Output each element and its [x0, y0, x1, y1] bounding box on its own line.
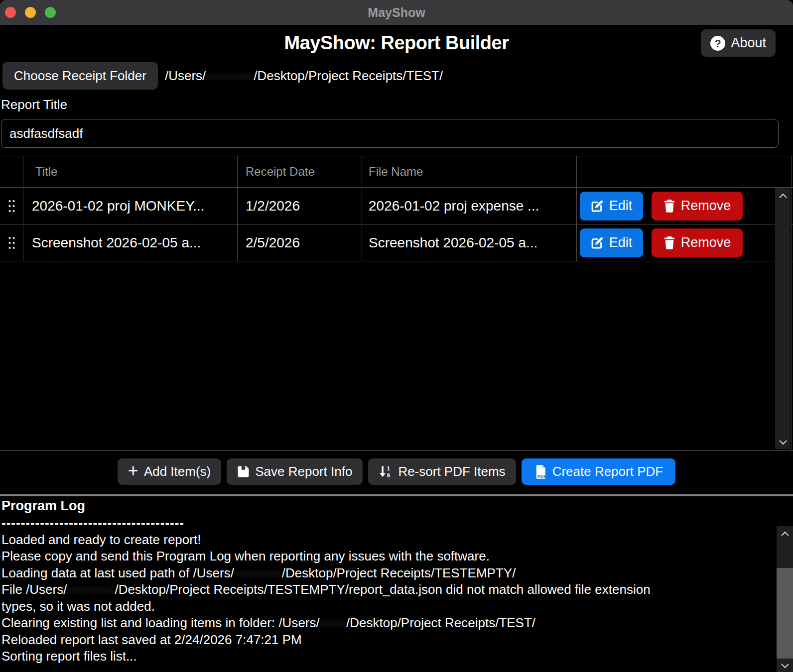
- receipt-items-table: Title Receipt Date File Name 2026-01-02 …: [0, 156, 793, 450]
- folder-path-redacted-username: ·········: [206, 68, 254, 84]
- create-report-pdf-label: Create Report PDF: [552, 464, 663, 479]
- column-header-title: Title: [23, 156, 238, 187]
- log-redacted-username: ·········: [234, 565, 282, 580]
- drag-handle[interactable]: [0, 188, 23, 224]
- save-report-info-label: Save Report Info: [255, 464, 352, 479]
- log-line: Loading data at last used path of /Users…: [1, 565, 771, 582]
- add-items-label: Add Item(s): [144, 464, 211, 479]
- row-title: Screenshot 2026-02-05 a...: [23, 224, 238, 261]
- choose-receipt-folder-button[interactable]: Choose Receipt Folder: [2, 62, 158, 90]
- add-items-button[interactable]: + Add Item(s): [118, 458, 221, 485]
- trash-icon: [663, 199, 675, 213]
- resort-pdf-items-label: Re-sort PDF Items: [398, 464, 505, 479]
- log-scrollbar-thumb[interactable]: [777, 568, 793, 659]
- row-file-name: 2026-01-02 proj expense ...: [362, 188, 577, 224]
- log-scrollbar[interactable]: [777, 526, 793, 672]
- log-line: --------------------------------------: [1, 515, 771, 532]
- row-actions: Edit Remove: [577, 224, 793, 261]
- save-floppy-icon: [237, 465, 250, 478]
- pencil-square-icon: [591, 236, 604, 249]
- table-right-border: [791, 156, 792, 450]
- window-title: MayShow: [0, 0, 793, 25]
- log-line: Loaded and ready to create report!: [1, 532, 771, 549]
- folder-path-prefix: /Users/: [165, 68, 206, 84]
- trash-icon: [663, 236, 675, 249]
- edit-button-label: Edit: [609, 235, 633, 250]
- scroll-up-icon[interactable]: [775, 193, 791, 199]
- log-redacted-username: ·····: [320, 615, 346, 630]
- remove-button[interactable]: Remove: [652, 228, 743, 257]
- grip-dots-icon: [8, 199, 15, 213]
- log-line: Clearing existing list and loading items…: [1, 615, 771, 632]
- pencil-square-icon: [591, 200, 604, 213]
- pdf-file-icon: PDF: [534, 464, 547, 479]
- row-receipt-date: 2/5/2026: [238, 224, 362, 261]
- svg-text:1: 1: [387, 465, 390, 471]
- header-handle-column: [0, 156, 23, 187]
- folder-row: Choose Receipt Folder /Users/·········/D…: [0, 62, 793, 90]
- folder-path-suffix: /Desktop/Project Receipts/TEST/: [254, 68, 443, 84]
- svg-text:PDF: PDF: [537, 473, 546, 478]
- table-row: 2026-01-02 proj MONKEY... 1/2/2026 2026-…: [0, 188, 793, 224]
- sort-numeric-down-icon: 19: [379, 465, 393, 478]
- program-log-heading: Program Log: [1, 498, 793, 514]
- row-receipt-date: 1/2/2026: [238, 188, 362, 224]
- log-line: Reloaded report last saved at 2/24/2026 …: [1, 632, 771, 649]
- log-line: Sorting report files list...: [1, 648, 771, 665]
- save-report-info-button[interactable]: Save Report Info: [227, 458, 363, 485]
- scroll-down-icon[interactable]: [775, 439, 791, 446]
- log-line: types, so it was not added.: [1, 598, 771, 615]
- about-button[interactable]: ? About: [701, 29, 776, 57]
- log-redacted-username: ·········: [67, 582, 115, 597]
- action-toolbar: + Add Item(s) Save Report Info 19 Re-sor…: [0, 450, 793, 494]
- remove-button-label: Remove: [681, 198, 731, 214]
- page-title: MayShow: Report Builder: [0, 28, 793, 57]
- plus-icon: +: [128, 462, 138, 480]
- scroll-up-icon[interactable]: [777, 531, 793, 537]
- program-log: Program Log ----------------------------…: [0, 496, 793, 672]
- scroll-down-icon[interactable]: [777, 663, 793, 669]
- table-row: Screenshot 2026-02-05 a... 2/5/2026 Scre…: [0, 224, 793, 261]
- report-title-label: Report Title: [1, 97, 793, 112]
- row-actions: Edit Remove: [577, 188, 793, 224]
- remove-button-label: Remove: [681, 235, 731, 250]
- table-header-row: Title Receipt Date File Name: [0, 156, 793, 188]
- log-line: File /Users/·········/Desktop/Project Re…: [1, 581, 771, 598]
- table-scrollbar[interactable]: [775, 188, 791, 449]
- row-title: 2026-01-02 proj MONKEY...: [23, 188, 238, 224]
- column-header-actions: [577, 156, 793, 187]
- column-header-file-name: File Name: [362, 156, 577, 187]
- edit-button[interactable]: Edit: [580, 228, 643, 257]
- drag-handle[interactable]: [0, 224, 23, 261]
- svg-text:9: 9: [387, 472, 390, 478]
- edit-button-label: Edit: [609, 198, 633, 214]
- create-report-pdf-button[interactable]: PDF Create Report PDF: [522, 458, 676, 485]
- svg-text:?: ?: [715, 37, 721, 49]
- titlebar: MayShow: [0, 0, 793, 25]
- report-title-input[interactable]: [1, 119, 779, 148]
- app-window: MayShow MayShow: Report Builder ? About …: [0, 0, 793, 672]
- question-circle-icon: ?: [710, 36, 725, 51]
- app-header: MayShow: Report Builder ? About: [0, 28, 793, 57]
- remove-button[interactable]: Remove: [652, 192, 743, 221]
- resort-pdf-items-button[interactable]: 19 Re-sort PDF Items: [368, 458, 516, 485]
- receipt-folder-path: /Users/·········/Desktop/Project Receipt…: [165, 68, 443, 84]
- log-line: Please copy and send this Program Log wh…: [1, 548, 771, 565]
- about-button-label: About: [731, 35, 766, 51]
- row-file-name: Screenshot 2026-02-05 a...: [362, 224, 577, 261]
- column-header-receipt-date: Receipt Date: [238, 156, 362, 187]
- grip-dots-icon: [8, 236, 15, 250]
- edit-button[interactable]: Edit: [580, 192, 643, 221]
- program-log-lines: -------------------------------------- L…: [1, 515, 793, 665]
